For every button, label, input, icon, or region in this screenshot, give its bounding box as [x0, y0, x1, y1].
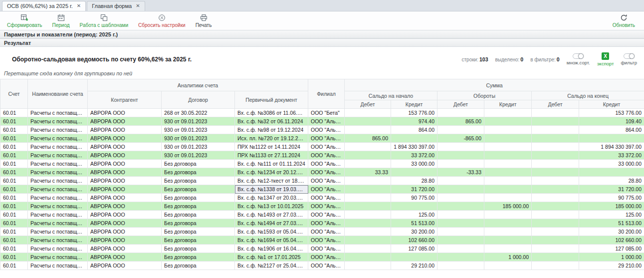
table-cell[interactable]: ООО "Альфа": [308, 194, 345, 202]
amount-cell[interactable]: [437, 126, 484, 134]
table-cell[interactable]: ООО "Альфа": [308, 245, 345, 253]
table-cell[interactable]: АВРОРА ООО: [88, 134, 162, 143]
amount-cell[interactable]: 153 776.00: [391, 109, 437, 117]
table-cell[interactable]: АВРОРА ООО: [88, 126, 162, 134]
table-cell[interactable]: АВРОРА ООО: [88, 194, 162, 202]
table-cell[interactable]: Расчеты с поставщикам...: [28, 262, 88, 270]
amount-cell[interactable]: [345, 160, 391, 168]
table-cell[interactable]: АВРОРА ООО: [88, 262, 162, 270]
amount-cell[interactable]: [345, 126, 391, 134]
table-cell[interactable]: 60.01: [0, 236, 28, 245]
table-cell[interactable]: ООО "Альфа": [308, 134, 345, 143]
amount-cell[interactable]: 51 513.00: [579, 219, 644, 228]
amount-cell[interactable]: 125.00: [391, 211, 437, 219]
table-cell[interactable]: АВРОРА ООО: [88, 228, 162, 236]
tab-close-icon[interactable]: ✕: [77, 3, 81, 8]
amount-cell[interactable]: 127 085.00: [391, 245, 437, 253]
table-cell[interactable]: Вх. с.ф. №13 от 10.01.2025: [235, 202, 308, 211]
amount-cell[interactable]: 29 210.00: [579, 262, 644, 270]
table-cell[interactable]: АВРОРА ООО: [88, 211, 162, 219]
table-cell[interactable]: Вх. с.ф. №1906 от 16.04.2024: [235, 245, 308, 253]
table-cell[interactable]: АВРОРА ООО: [88, 151, 162, 160]
amount-cell[interactable]: [484, 117, 532, 126]
amount-cell[interactable]: 864.00: [579, 126, 644, 134]
col-header-counterparty[interactable]: Контрагент: [88, 91, 162, 109]
amount-cell[interactable]: [437, 109, 484, 117]
amount-cell[interactable]: [437, 228, 484, 236]
table-cell[interactable]: ООО "Альфа": [308, 211, 345, 219]
amount-cell[interactable]: [437, 194, 484, 202]
amount-cell[interactable]: [532, 253, 579, 262]
amount-cell[interactable]: [437, 185, 484, 194]
amount-cell[interactable]: [391, 202, 437, 211]
table-row[interactable]: 60.01Расчеты с поставщикам...АВРОРА ОООБ…: [0, 160, 644, 168]
amount-cell[interactable]: [532, 202, 579, 211]
amount-cell[interactable]: [484, 245, 532, 253]
table-cell[interactable]: АВРОРА ООО: [88, 117, 162, 126]
amount-cell[interactable]: [345, 117, 391, 126]
amount-cell[interactable]: [345, 219, 391, 228]
amount-cell[interactable]: [345, 211, 391, 219]
col-header-credit-start[interactable]: Кредит: [391, 100, 437, 109]
table-cell[interactable]: Расчеты с поставщикам...: [28, 117, 88, 126]
table-row[interactable]: 60.01Расчеты с поставщикам...АВРОРА ОООБ…: [0, 219, 644, 228]
col-header-account-name[interactable]: Наименование счета: [28, 79, 88, 109]
amount-cell[interactable]: 185 000.00: [579, 202, 644, 211]
table-row[interactable]: 60.01Расчеты с поставщикам...АВРОРА ОООБ…: [0, 194, 644, 202]
generate-report-button[interactable]: Сформировать: [2, 13, 47, 28]
table-cell[interactable]: ООО "Альфа": [308, 228, 345, 236]
amount-cell[interactable]: [532, 177, 579, 185]
amount-cell[interactable]: [437, 245, 484, 253]
table-row[interactable]: 60.01Расчеты с поставщикам...АВРОРА ООО9…: [0, 134, 644, 143]
table-cell[interactable]: Вх. с.ф. №1 от 17.01.2025: [235, 253, 308, 262]
amount-cell[interactable]: [532, 236, 579, 245]
amount-cell[interactable]: [345, 177, 391, 185]
col-header-branch[interactable]: Филиал: [308, 79, 345, 109]
amount-cell[interactable]: [484, 168, 532, 177]
amount-cell[interactable]: [532, 211, 579, 219]
amount-cell[interactable]: [345, 109, 391, 117]
table-cell[interactable]: 60.01: [0, 194, 28, 202]
multisort-toggle[interactable]: [573, 53, 584, 59]
amount-cell[interactable]: [437, 219, 484, 228]
amount-cell[interactable]: 31 720.00: [391, 185, 437, 194]
amount-cell[interactable]: [532, 262, 579, 270]
table-cell[interactable]: 60.01: [0, 168, 28, 177]
amount-cell[interactable]: 102 660.00: [579, 236, 644, 245]
table-cell[interactable]: ООО "Альфа": [308, 185, 345, 194]
table-row[interactable]: 60.01Расчеты с поставщикам...АВРОРА ОООБ…: [0, 177, 644, 185]
amount-cell[interactable]: [484, 194, 532, 202]
amount-cell[interactable]: -865.00: [437, 134, 484, 143]
amount-cell[interactable]: [345, 143, 391, 151]
table-cell[interactable]: АВРОРА ООО: [88, 245, 162, 253]
table-cell[interactable]: 60.01: [0, 160, 28, 168]
amount-cell[interactable]: [437, 202, 484, 211]
table-row[interactable]: 60.01Расчеты с поставщикам...АВРОРА ОООБ…: [0, 253, 644, 262]
table-cell[interactable]: Без договора: [162, 228, 235, 236]
amount-cell[interactable]: [532, 219, 579, 228]
table-row[interactable]: 60.01Расчеты с поставщикам...АВРОРА ОООБ…: [0, 245, 644, 253]
table-cell[interactable]: ООО "Альфа": [308, 151, 345, 160]
table-cell[interactable]: 268 от 30.05.2022: [162, 109, 235, 117]
result-section-header[interactable]: Результат: [0, 38, 644, 47]
table-row[interactable]: 60.01Расчеты с поставщикам...АВРОРА ООО9…: [0, 126, 644, 134]
period-button[interactable]: Период: [47, 13, 75, 28]
table-cell[interactable]: Без договора: [162, 185, 235, 194]
amount-cell[interactable]: 33 372.00: [391, 151, 437, 160]
table-row[interactable]: 60.01Расчеты с поставщикам...АВРОРА ОООБ…: [0, 185, 644, 194]
group-by-dropzone[interactable]: Перетащите сюда колонку для группировки …: [0, 69, 644, 79]
col-header-primary-doc[interactable]: Первичный документ: [235, 91, 308, 109]
table-cell[interactable]: 930 от 09.01.2023: [162, 151, 235, 160]
table-cell[interactable]: ПРХ №1122 от 14.11.2024: [235, 143, 308, 151]
table-cell[interactable]: 60.01: [0, 126, 28, 134]
table-row[interactable]: 60.01Расчеты с поставщикам...АВРОРА ОООБ…: [0, 236, 644, 245]
tab-main-form[interactable]: Главная форма ✕: [87, 1, 145, 11]
table-cell[interactable]: Без договора: [162, 262, 235, 270]
amount-cell[interactable]: [532, 117, 579, 126]
amount-cell[interactable]: [532, 143, 579, 151]
table-cell[interactable]: 60.01: [0, 253, 28, 262]
table-cell[interactable]: 930 от 09.01.2023: [162, 134, 235, 143]
table-cell[interactable]: 60.01: [0, 262, 28, 270]
table-cell[interactable]: Без договора: [162, 168, 235, 177]
filter-control[interactable]: фильтр: [621, 53, 637, 65]
